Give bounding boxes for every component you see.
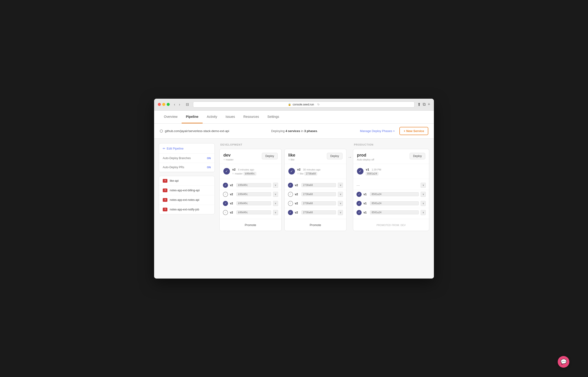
prod-s3-hash: 8501a24	[370, 211, 419, 214]
prod-s2-hash: 8501a24	[370, 201, 419, 205]
repo-link[interactable]: ⬡ github.com/jayair/serverless-stack-dem…	[160, 129, 229, 133]
dev-s2-expand[interactable]: ∨	[273, 201, 278, 206]
branch-icon: ⑂	[223, 158, 225, 161]
close-button[interactable]	[158, 103, 161, 106]
deploy-text-2: in	[300, 129, 304, 133]
nav-tabs: Overview Pipeline Activity Issues Resour…	[160, 111, 283, 123]
add-button[interactable]: +	[428, 102, 430, 107]
prod-s0-dash: —	[356, 183, 419, 187]
dev-s3-expand[interactable]: ∨	[273, 210, 278, 215]
prod-deploy-button[interactable]: Deploy	[410, 153, 425, 159]
service-icon	[163, 208, 167, 211]
auto-deploy-branches-value[interactable]: ON	[207, 157, 211, 160]
address-bar[interactable]: 🔒 console.seed.run ↻	[193, 102, 415, 107]
like-latest-status-icon: ✓	[288, 168, 295, 175]
sidebar-item-notes-api[interactable]: notes-app-ext-notes-api	[159, 195, 215, 205]
like-s2-icon: ✓	[288, 201, 293, 206]
reload-button[interactable]: ↻	[317, 103, 320, 106]
prod-s3-version: v1	[363, 211, 368, 214]
dev-latest-meta: v2 6 minutes ago ⑂ master b99d49c	[232, 167, 278, 176]
prod-s0-expand[interactable]: ∨	[421, 183, 426, 188]
maximize-button[interactable]	[167, 103, 170, 106]
like-service-row-1: ✓ v2 2738a68 ∨	[285, 190, 346, 199]
dev-s1-expand[interactable]: ∨	[273, 192, 278, 197]
development-envs: dev ⑂ master Deploy	[219, 149, 346, 231]
prod-s3-expand[interactable]: ∨	[421, 210, 426, 215]
like-s1-expand[interactable]: ∨	[338, 192, 343, 197]
prod-service-row-0: — ∨	[353, 181, 429, 190]
like-s3-icon: ✓	[288, 210, 293, 215]
tab-settings[interactable]: Settings	[263, 111, 283, 123]
top-nav: Overview Pipeline Activity Issues Resour…	[154, 111, 434, 124]
like-branch: ⑂ like	[288, 158, 295, 161]
new-tab-button[interactable]: ⧉	[423, 102, 426, 107]
like-s3-expand[interactable]: ∨	[338, 210, 343, 215]
like-latest-meta: v2 30 minutes ago ⑂ like 2738a68	[297, 167, 343, 176]
like-latest-commit-info: ⑂ like 2738a68	[297, 172, 343, 176]
like-latest-time: 30 minutes ago	[303, 168, 320, 171]
dev-s3-hash: b99d49c	[237, 211, 271, 214]
like-branch-icon2: ⑂	[297, 172, 299, 175]
tab-pipeline[interactable]: Pipeline	[182, 111, 203, 123]
prod-s1-expand[interactable]: ∨	[421, 192, 426, 197]
tab-resources[interactable]: Resources	[239, 111, 263, 123]
auto-deploy-branches-label: Auto-Deploy Branches	[163, 156, 191, 160]
like-stage-name: like	[288, 153, 295, 158]
like-s2-hash: 2738a68	[302, 201, 336, 205]
back-button[interactable]: ‹	[172, 102, 177, 107]
new-service-button[interactable]: + New Service	[399, 127, 428, 135]
sidebar-item-like-api[interactable]: like-api	[159, 176, 215, 186]
dev-latest-commit-info: ⑂ master b99d49c	[232, 172, 278, 176]
dev-env-wrapper: dev ⑂ master Deploy	[219, 149, 282, 231]
dev-stage-card: dev ⑂ master Deploy	[219, 149, 282, 231]
minimize-button[interactable]	[162, 103, 165, 106]
service-count: 4 services	[285, 129, 300, 133]
auto-deploy-prs-value[interactable]: ON	[207, 166, 211, 169]
like-branch-name: like	[291, 158, 295, 161]
dev-s2-icon: ✓	[223, 201, 228, 206]
like-s0-version: v2	[295, 184, 300, 187]
sidebar-item-notify-job[interactable]: notes-app-ext-notify-job	[159, 205, 215, 214]
dev-service-row-3: ✓ v2 b99d49c ∨	[220, 208, 282, 217]
dev-promote-button[interactable]: Promote	[245, 223, 256, 227]
chat-icon: 💬	[561, 359, 567, 365]
sidebar-toggle-button[interactable]: ⊟	[184, 102, 190, 107]
prod-stage-footer: PROMOTED FROM: dev	[353, 219, 429, 231]
like-service-row-2: ✓ v2 2738a68 ∨	[285, 199, 346, 208]
edit-pipeline-link[interactable]: ✏ Edit Pipeline	[159, 143, 215, 154]
sidebar-item-billing-api[interactable]: notes-app-ext-billing-api	[159, 186, 215, 195]
dev-service-row-0: ✓ v2 b99d49c ∨	[220, 181, 282, 190]
tab-activity[interactable]: Activity	[203, 111, 221, 123]
tab-overview[interactable]: Overview	[160, 111, 182, 123]
tab-issues[interactable]: Issues	[221, 111, 239, 123]
like-latest-deploy: ✓ v2 30 minutes ago ⑂	[285, 164, 346, 179]
like-promote-button[interactable]: Promote	[310, 223, 321, 227]
like-deploy-button[interactable]: Deploy	[327, 153, 342, 159]
prod-s2-expand[interactable]: ∨	[421, 201, 426, 206]
sidebar: ✏ Edit Pipeline Auto-Deploy Branches ON …	[159, 143, 215, 274]
like-s0-expand[interactable]: ∨	[338, 183, 343, 188]
dev-s0-hash: b99d49c	[237, 183, 271, 187]
like-s2-expand[interactable]: ∨	[338, 201, 343, 206]
dev-deploy-button[interactable]: Deploy	[262, 153, 277, 159]
like-s1-version: v2	[295, 193, 300, 196]
dev-s0-expand[interactable]: ∨	[273, 183, 278, 188]
prod-latest-deploy: ✓ v1 1:39 PM 8501a24	[353, 164, 429, 179]
prod-auto-deploy: Auto-deploy off	[357, 158, 374, 161]
service-name: notes-app-ext-billing-api	[170, 189, 200, 192]
like-stage-footer: Promote	[285, 219, 346, 231]
forward-button[interactable]: ›	[177, 102, 181, 107]
like-s1-hash: 2738a68	[302, 192, 336, 196]
lock-icon: 🔒	[288, 103, 291, 106]
manage-deploy-phases-link[interactable]: Manage Deploy Phases >	[360, 129, 395, 133]
like-stage-header: like ⑂ like Deploy	[285, 149, 346, 164]
prod-s3-icon: ✓	[356, 210, 362, 215]
dev-branch-name: master	[226, 158, 234, 161]
dev-latest-deploy: ✓ v2 6 minutes ago ⑂	[220, 164, 282, 179]
development-label: DEVELOPMENT	[219, 143, 346, 149]
deploy-info: Deploying 4 services in 3 phases.	[234, 129, 355, 133]
prod-latest-status-icon: ✓	[357, 168, 363, 175]
chat-button[interactable]: 💬	[558, 356, 569, 368]
share-button[interactable]: ⬆	[417, 102, 421, 107]
like-latest-branch: like	[300, 172, 304, 175]
